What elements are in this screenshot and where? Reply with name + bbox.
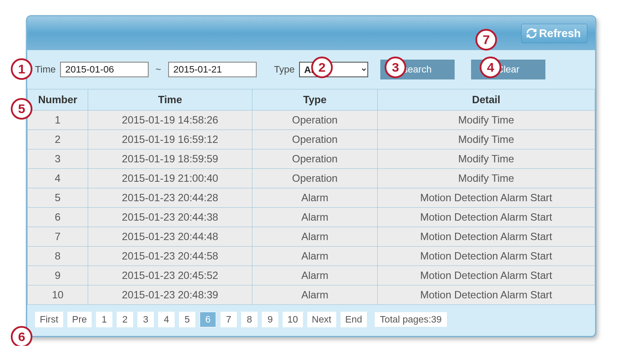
cell-number: 9: [28, 266, 88, 285]
pager-page-5[interactable]: 5: [179, 312, 195, 327]
cell-detail: Modify Time: [378, 149, 595, 169]
cell-number: 5: [28, 188, 88, 208]
cell-detail: Motion Detection Alarm Start: [378, 247, 595, 266]
type-select[interactable]: All: [299, 62, 368, 77]
header-bar: Refresh: [27, 16, 595, 50]
pager-end[interactable]: End: [341, 312, 367, 327]
pager-page-3[interactable]: 3: [137, 312, 154, 327]
table-row: 102015-01-23 20:48:39AlarmMotion Detecti…: [28, 285, 595, 305]
pager-next[interactable]: Next: [307, 312, 336, 327]
tilde: ~: [156, 64, 161, 75]
cell-number: 3: [28, 149, 88, 169]
type-label: Type: [274, 64, 295, 75]
pager-page-8[interactable]: 8: [241, 312, 258, 327]
cell-time: 2015-01-23 20:44:28: [88, 188, 252, 208]
cell-time: 2015-01-19 18:59:59: [88, 149, 252, 169]
pager-page-10[interactable]: 10: [283, 312, 303, 327]
cell-type: Operation: [252, 111, 378, 130]
col-type: Type: [252, 89, 378, 111]
date-from-input[interactable]: [60, 62, 149, 77]
cell-number: 6: [28, 208, 88, 227]
pager-page-9[interactable]: 9: [262, 312, 278, 327]
cell-number: 4: [28, 169, 88, 188]
cell-type: Alarm: [252, 227, 378, 247]
table-row: 62015-01-23 20:44:38AlarmMotion Detectio…: [28, 208, 595, 227]
cell-number: 7: [28, 227, 88, 247]
table-row: 12015-01-19 14:58:26OperationModify Time: [28, 111, 595, 130]
pager-page-7[interactable]: 7: [220, 312, 237, 327]
table-row: 72015-01-23 20:44:48AlarmMotion Detectio…: [28, 227, 595, 247]
cell-time: 2015-01-23 20:44:38: [88, 208, 252, 227]
pager-page-6[interactable]: 6: [200, 312, 216, 327]
col-detail: Detail: [378, 89, 595, 111]
pager: First Pre 12345678910 Next End Total pag…: [27, 305, 595, 336]
cell-number: 10: [28, 285, 88, 305]
cell-type: Operation: [252, 149, 378, 169]
cell-detail: Motion Detection Alarm Start: [378, 188, 595, 208]
cell-time: 2015-01-23 20:44:58: [88, 247, 252, 266]
cell-number: 1: [28, 111, 88, 130]
time-label: Time: [35, 64, 56, 75]
cell-number: 2: [28, 130, 88, 149]
cell-detail: Modify Time: [378, 130, 595, 149]
cell-time: 2015-01-19 14:58:26: [88, 111, 252, 130]
clear-button[interactable]: Clear: [471, 60, 545, 79]
cell-detail: Motion Detection Alarm Start: [378, 285, 595, 305]
filter-bar: Time ~ Type All search Clear: [27, 50, 595, 89]
table-row: 32015-01-19 18:59:59OperationModify Time: [28, 149, 595, 169]
log-panel: Refresh Time ~ Type All search Clear Num…: [26, 15, 596, 337]
cell-time: 2015-01-23 20:44:48: [88, 227, 252, 247]
cell-type: Alarm: [252, 266, 378, 285]
cell-detail: Modify Time: [378, 111, 595, 130]
cell-detail: Motion Detection Alarm Start: [378, 266, 595, 285]
search-button[interactable]: search: [380, 60, 455, 79]
cell-time: 2015-01-23 20:48:39: [88, 285, 252, 305]
cell-detail: Motion Detection Alarm Start: [378, 227, 595, 247]
pager-page-4[interactable]: 4: [158, 312, 175, 327]
cell-number: 8: [28, 247, 88, 266]
log-table: Number Time Type Detail 12015-01-19 14:5…: [27, 89, 595, 305]
pager-page-1[interactable]: 1: [96, 312, 112, 327]
refresh-button[interactable]: Refresh: [521, 24, 587, 43]
pager-total: Total pages:39: [375, 312, 447, 327]
cell-type: Operation: [252, 130, 378, 149]
pager-pre[interactable]: Pre: [67, 312, 92, 327]
cell-type: Alarm: [252, 285, 378, 305]
col-time: Time: [88, 89, 252, 111]
cell-time: 2015-01-19 16:59:12: [88, 130, 252, 149]
cell-type: Alarm: [252, 188, 378, 208]
cell-type: Alarm: [252, 208, 378, 227]
cell-time: 2015-01-23 20:45:52: [88, 266, 252, 285]
date-to-input[interactable]: [168, 62, 257, 77]
cell-detail: Modify Time: [378, 169, 595, 188]
refresh-icon: [526, 28, 537, 39]
pager-first[interactable]: First: [35, 312, 63, 327]
table-row: 82015-01-23 20:44:58AlarmMotion Detectio…: [28, 247, 595, 266]
cell-detail: Motion Detection Alarm Start: [378, 208, 595, 227]
cell-time: 2015-01-19 21:00:40: [88, 169, 252, 188]
cell-type: Alarm: [252, 247, 378, 266]
cell-type: Operation: [252, 169, 378, 188]
col-number: Number: [28, 89, 88, 111]
refresh-label: Refresh: [539, 27, 581, 40]
table-row: 42015-01-19 21:00:40OperationModify Time: [28, 169, 595, 188]
table-row: 22015-01-19 16:59:12OperationModify Time: [28, 130, 595, 149]
pager-page-2[interactable]: 2: [117, 312, 133, 327]
table-row: 92015-01-23 20:45:52AlarmMotion Detectio…: [28, 266, 595, 285]
table-row: 52015-01-23 20:44:28AlarmMotion Detectio…: [28, 188, 595, 208]
